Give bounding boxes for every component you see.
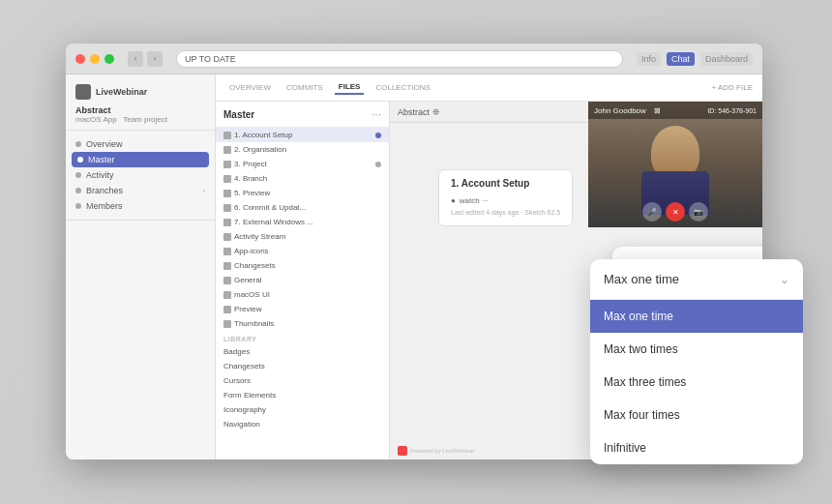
file-item-macos-ui[interactable]: macOS UI	[216, 287, 389, 302]
info-button[interactable]: Info	[637, 52, 661, 66]
file-item-form-elements[interactable]: Form Elements	[216, 388, 389, 402]
dropdown-option-max-four[interactable]: Max four times	[590, 399, 803, 431]
login-item-timestamp: Last edited 4 days ago · Sketch 62.5	[451, 207, 560, 218]
file-item-general[interactable]: General	[216, 273, 389, 287]
video-id-text: ID: 546-378-901	[707, 107, 757, 114]
file-icon	[223, 291, 231, 299]
dropdown-option-max-two[interactable]: Max two times	[590, 333, 803, 366]
file-item-preview[interactable]: 5. Preview	[216, 186, 389, 200]
file-icon	[223, 146, 231, 154]
tab-commits[interactable]: COMMITS	[282, 81, 327, 94]
sidebar-item-label: Overview	[86, 139, 123, 149]
file-item-activity-stream[interactable]: Activity Stream	[216, 229, 389, 244]
file-item-iconography[interactable]: Iconography	[216, 402, 389, 417]
login-item-watch: ● watch ···	[451, 194, 560, 207]
file-name: Activity Stream	[234, 232, 381, 241]
dropdown-option-max-one[interactable]: Max one time	[590, 300, 803, 333]
project-name: Abstract	[75, 105, 111, 115]
watch-icon: ●	[451, 196, 456, 205]
file-name: macOS UI	[234, 290, 381, 299]
files-header: Master ···	[216, 102, 389, 128]
hangup-button[interactable]: ✕	[666, 202, 685, 222]
app-logo-text: LiveWebinar	[96, 87, 147, 97]
file-item-changesets[interactable]: Changesets	[216, 258, 389, 273]
file-icon	[223, 320, 231, 328]
tab-files[interactable]: FILES	[335, 80, 365, 95]
dropdown-popup-header[interactable]: Max one time ⌄	[590, 259, 803, 300]
chat-button[interactable]: Chat	[667, 52, 695, 66]
files-panel: Master ··· 1. Account Setup 2. Organisat…	[216, 102, 390, 460]
app-logo-icon	[75, 84, 91, 100]
files-title: Master	[223, 109, 254, 120]
dropdown-chevron-down-icon: ⌄	[780, 273, 789, 286]
close-window-button[interactable]	[75, 54, 85, 64]
mic-button[interactable]: 🎤	[642, 202, 662, 222]
file-name: Navigation	[223, 420, 381, 429]
sketch-title: Abstract ❊	[398, 107, 440, 117]
file-name: 7. External Windows ...	[234, 218, 381, 226]
address-bar[interactable]: UP TO DATE	[176, 50, 623, 68]
tab-bar: OVERVIEW COMMITS FILES COLLECTIONS	[225, 80, 704, 95]
nav-dot-icon	[75, 188, 81, 193]
maximize-window-button[interactable]	[104, 54, 114, 64]
watch-label: watch ···	[460, 196, 489, 205]
sidebar: LiveWebinar Abstract macOS App Team proj…	[66, 74, 216, 460]
file-item-navigation[interactable]: Navigation	[216, 417, 389, 431]
sidebar-project: Abstract	[75, 105, 205, 115]
sidebar-item-members[interactable]: Members	[66, 198, 215, 214]
sidebar-item-label: Master	[88, 155, 115, 164]
file-item-commit-update[interactable]: 6. Commit & Updat...	[216, 200, 389, 215]
dropdown-option-label: Max four times	[604, 408, 680, 422]
file-name: Cursors	[223, 376, 381, 385]
nav-dot-icon	[77, 157, 83, 163]
browser-nav: ‹ ›	[128, 51, 163, 67]
sidebar-item-overview[interactable]: Overview	[66, 136, 215, 152]
file-name: Form Elements	[223, 391, 381, 400]
dropdown-option-label: Inifnitive	[604, 441, 646, 455]
file-item-organisation[interactable]: 2. Organisation	[216, 142, 389, 157]
files-more-icon[interactable]: ···	[371, 107, 381, 121]
back-button[interactable]: ‹	[128, 51, 143, 67]
file-item-external-windows[interactable]: 7. External Windows ...	[216, 215, 389, 229]
file-item-preview2[interactable]: Preview	[216, 302, 389, 316]
timestamp-text: Last edited 4 days ago · Sketch 62.5	[451, 209, 560, 216]
dropdown-header-label: Max one time	[604, 272, 780, 286]
file-icon	[223, 175, 231, 183]
login-panel-title: 1. Account Setup	[451, 178, 560, 189]
file-name: Changesets	[223, 362, 381, 371]
address-text: UP TO DATE	[185, 54, 236, 64]
browser-toolbar: ‹ › UP TO DATE Info Chat Dashboard	[66, 44, 762, 74]
dropdown-option-max-three[interactable]: Max three times	[590, 366, 803, 399]
file-item-account-setup[interactable]: 1. Account Setup	[216, 128, 389, 142]
main-header: OVERVIEW COMMITS FILES COLLECTIONS + ADD…	[216, 74, 762, 102]
forward-button[interactable]: ›	[147, 51, 163, 67]
add-files-button[interactable]: + ADD FILE	[712, 83, 753, 92]
file-item-app-icons[interactable]: App-icons	[216, 244, 389, 258]
file-item-project[interactable]: 3. Project	[216, 157, 389, 171]
dropdown-option-infinite[interactable]: Inifnitive	[590, 431, 803, 464]
file-name: Preview	[234, 305, 381, 313]
file-name: 2. Organisation	[234, 145, 381, 154]
sidebar-item-master[interactable]: Master	[72, 152, 209, 167]
tab-collections[interactable]: COLLECTIONS	[371, 81, 433, 94]
file-name: Badges	[223, 347, 381, 356]
desktop: ‹ › UP TO DATE Info Chat Dashboard LiveW…	[0, 0, 832, 504]
file-item-badges[interactable]: Badges	[216, 344, 389, 359]
dashboard-button[interactable]: Dashboard	[700, 52, 753, 66]
file-icon	[223, 277, 231, 284]
sidebar-item-branches[interactable]: Branches ›	[66, 183, 215, 198]
nav-dot-icon	[75, 141, 81, 147]
powered-logo-icon	[398, 446, 407, 456]
file-item-cursors[interactable]: Cursors	[216, 373, 389, 388]
sidebar-item-activity[interactable]: Activity	[66, 167, 215, 183]
camera-button[interactable]: 📷	[689, 202, 708, 222]
tab-overview[interactable]: OVERVIEW	[225, 81, 275, 94]
nav-dot-icon	[75, 203, 81, 209]
file-item-changesets-lib[interactable]: Changesets	[216, 359, 389, 373]
minimize-window-button[interactable]	[90, 54, 100, 64]
dropdown-option-label: Max two times	[604, 342, 678, 356]
file-item-thumbnails[interactable]: Thumbnails	[216, 316, 389, 331]
video-expand-icon: ⊠	[654, 106, 661, 115]
file-item-branch[interactable]: 4. Branch	[216, 171, 389, 186]
video-person-name: John Goodbow	[594, 106, 646, 115]
